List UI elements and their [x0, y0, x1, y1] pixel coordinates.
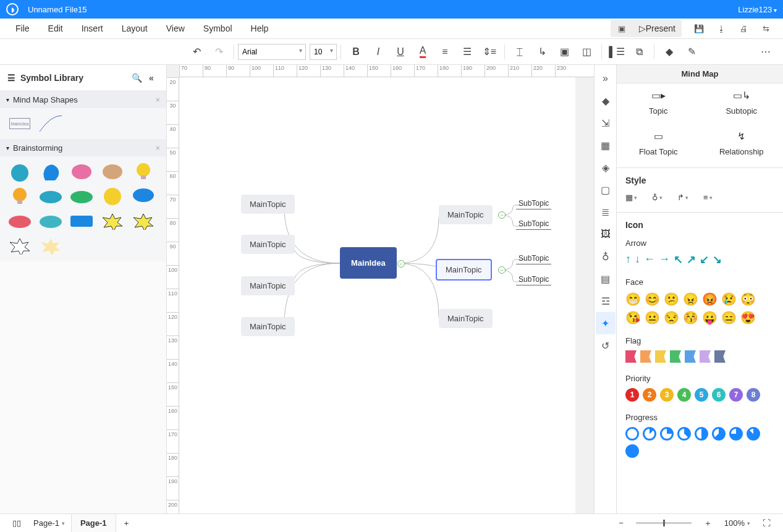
shape-speech-1[interactable] [130, 186, 157, 207]
flag-icon[interactable] [640, 350, 651, 363]
line-spacing-button[interactable]: ⇕≡ [478, 41, 501, 63]
text-box-button[interactable]: ⌶ [509, 41, 531, 63]
arrow-right-icon[interactable]: → [659, 253, 670, 266]
node-main-topic[interactable]: MainTopic [241, 276, 295, 295]
shape-connector[interactable] [37, 113, 64, 134]
sitemap-icon[interactable]: ♁ [596, 245, 616, 268]
action-float-topic[interactable]: ▭Float Topic [617, 124, 700, 165]
arrow-left-icon[interactable]: ← [644, 253, 655, 266]
section-brainstorming[interactable]: ▾Brainstorming × [0, 139, 166, 156]
data-icon[interactable]: ≣ [596, 201, 616, 223]
flag-icon[interactable] [700, 350, 711, 363]
progress-icon[interactable] [729, 427, 743, 441]
canvas-area[interactable]: 7080901001101201301401501601701801902002… [167, 65, 594, 513]
shape-cloud-red[interactable] [6, 211, 33, 232]
align-vertical-button[interactable]: ☰ [456, 41, 478, 63]
search-icon[interactable]: 🔍 [129, 73, 144, 83]
style-layout-option[interactable]: ▦ [625, 193, 637, 202]
shape-cloud-2[interactable] [68, 186, 95, 207]
face-icon[interactable]: 😑 [721, 310, 737, 325]
print-icon[interactable]: 🖨 [732, 20, 755, 37]
shape-bulb-orange[interactable] [6, 186, 33, 207]
action-topic[interactable]: ▭▸Topic [617, 83, 700, 124]
shape-brain-tan[interactable] [99, 161, 126, 182]
close-section-icon[interactable]: × [155, 95, 160, 104]
underline-button[interactable]: U [389, 41, 412, 63]
present-button[interactable]: ▷Present [633, 20, 682, 37]
close-section-icon[interactable]: × [155, 143, 160, 153]
priority-badge[interactable]: 1 [625, 388, 639, 402]
align-horizontal-button[interactable]: ≡ [434, 41, 456, 63]
theme-icon[interactable]: ◆ [596, 90, 616, 112]
user-menu[interactable]: Lizzie123 [738, 5, 777, 14]
collapse-toggle-icon[interactable]: − [397, 260, 405, 268]
menu-layout[interactable]: Layout [112, 19, 157, 38]
clipboard-icon[interactable]: ▤ [596, 268, 616, 290]
priority-badge[interactable]: 4 [677, 388, 691, 402]
progress-icon[interactable] [625, 427, 639, 441]
font-size-select[interactable]: 10 [310, 44, 337, 60]
align-objects-button[interactable]: ▌☰ [606, 41, 628, 63]
shape-burst-light[interactable] [37, 235, 64, 256]
font-family-select[interactable]: Arial [238, 44, 306, 60]
node-main-topic[interactable]: MainTopic [439, 205, 493, 224]
face-icon[interactable]: 😳 [740, 292, 756, 306]
apps-icon[interactable]: ▦ [596, 134, 616, 156]
italic-button[interactable]: I [367, 41, 389, 63]
progress-icon[interactable] [660, 427, 674, 441]
node-main-topic[interactable]: MainTopic [241, 195, 295, 214]
picture-icon[interactable]: 🖼 [596, 223, 616, 245]
export-icon[interactable]: ⇲ [596, 112, 616, 134]
face-icon[interactable]: 😕 [664, 292, 679, 306]
menu-view[interactable]: View [157, 19, 194, 38]
action-subtopic[interactable]: ▭↳Subtopic [700, 83, 784, 124]
mindmap-panel-icon[interactable]: ✦ [596, 312, 616, 334]
node-main-topic-selected[interactable]: MainTopic [436, 259, 492, 281]
shape-brain-pink[interactable] [68, 161, 95, 182]
collapse-toggle-icon[interactable]: − [498, 211, 506, 219]
collapse-panel-icon[interactable]: « [144, 73, 159, 83]
share-icon[interactable]: ⇆ [755, 20, 777, 37]
progress-icon[interactable] [747, 427, 760, 441]
style-structure-option[interactable]: ♁ [652, 193, 662, 202]
fill-color-button[interactable]: ◆ [658, 41, 680, 63]
node-subtopic[interactable]: SubTopic [516, 219, 551, 230]
progress-icon[interactable] [677, 427, 691, 441]
menu-help[interactable]: Help [242, 19, 278, 38]
expand-panel-icon[interactable]: » [596, 67, 616, 90]
arrow-down-right-icon[interactable]: ↘ [713, 253, 722, 266]
shape-rect-blue[interactable] [68, 211, 95, 232]
face-icon[interactable]: 😡 [702, 292, 717, 306]
priority-badge[interactable]: 2 [643, 388, 656, 402]
container-button[interactable]: ◫ [575, 41, 598, 63]
style-numbering-option[interactable]: ≡ [703, 193, 713, 202]
shape-brain-head-1[interactable] [6, 161, 33, 182]
face-icon[interactable]: 😚 [683, 310, 698, 325]
page-selector[interactable]: Page-1 [27, 518, 71, 528]
connector-button[interactable]: ↳ [531, 41, 553, 63]
fullscreen-icon[interactable]: ⛶ [756, 518, 777, 528]
action-relationship[interactable]: ↯Relationship [700, 124, 784, 165]
canvas-page[interactable]: MainIdea − MainTopic MainTopic MainTopic… [179, 77, 575, 513]
bold-button[interactable]: B [345, 41, 367, 63]
node-main-topic[interactable]: MainTopic [241, 317, 295, 336]
shape-burst-1[interactable] [99, 211, 126, 232]
face-icon[interactable]: 😊 [645, 292, 660, 306]
shape-burst-2[interactable] [130, 211, 157, 232]
node-subtopic[interactable]: SubTopic [516, 199, 551, 209]
section-mind-map-shapes[interactable]: ▾Mind Map Shapes × [0, 91, 166, 108]
face-icon[interactable]: 😒 [664, 310, 679, 325]
arrow-down-left-icon[interactable]: ↙ [700, 253, 709, 266]
menu-insert[interactable]: Insert [72, 19, 112, 38]
slideshow-icon[interactable]: ▣ [611, 20, 633, 37]
add-page-button[interactable]: ＋ [116, 518, 137, 529]
priority-badge[interactable]: 5 [695, 388, 708, 402]
history-icon[interactable]: ↺ [596, 334, 616, 357]
shape-burst-outline[interactable] [6, 235, 33, 256]
priority-badge[interactable]: 3 [660, 388, 674, 402]
line-color-button[interactable]: ✎ [680, 41, 703, 63]
node-subtopic[interactable]: SubTopic [516, 275, 551, 285]
collapse-toggle-icon[interactable]: − [498, 266, 506, 274]
shape-cloud-teal[interactable] [37, 211, 64, 232]
layers-icon[interactable]: ◈ [596, 156, 616, 179]
